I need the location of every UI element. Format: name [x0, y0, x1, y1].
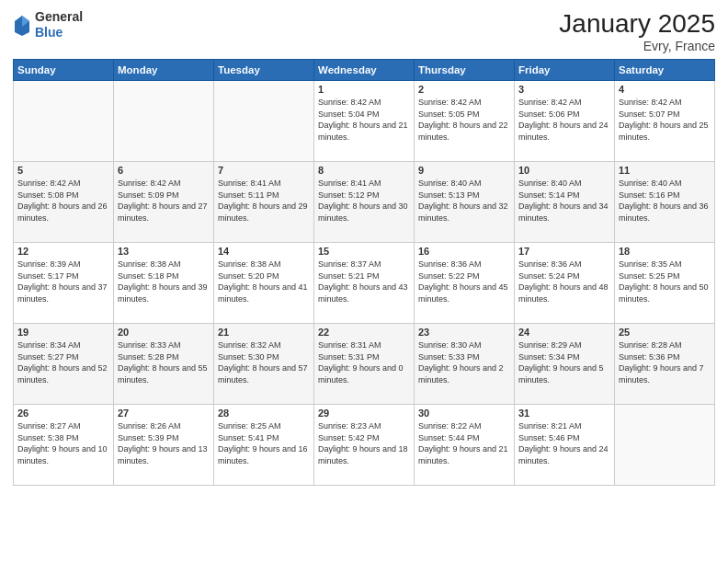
cell-3-2: 21Sunrise: 8:32 AMSunset: 5:30 PMDayligh…: [214, 324, 314, 405]
cell-1-5: 10Sunrise: 8:40 AMSunset: 5:14 PMDayligh…: [515, 162, 615, 243]
day-number: 27: [118, 408, 210, 419]
day-number: 4: [619, 84, 711, 95]
week-row-2: 5Sunrise: 8:42 AMSunset: 5:08 PMDaylight…: [14, 162, 715, 243]
cell-2-1: 13Sunrise: 8:38 AMSunset: 5:18 PMDayligh…: [114, 243, 214, 324]
cell-2-3: 15Sunrise: 8:37 AMSunset: 5:21 PMDayligh…: [314, 243, 415, 324]
day-number: 2: [418, 84, 510, 95]
cell-1-0: 5Sunrise: 8:42 AMSunset: 5:08 PMDaylight…: [14, 162, 114, 243]
cell-1-2: 7Sunrise: 8:41 AMSunset: 5:11 PMDaylight…: [214, 162, 314, 243]
cell-4-0: 26Sunrise: 8:27 AMSunset: 5:38 PMDayligh…: [14, 405, 114, 486]
day-number: 23: [418, 327, 510, 338]
day-number: 11: [619, 165, 711, 176]
day-info: Sunrise: 8:21 AMSunset: 5:46 PMDaylight:…: [518, 421, 609, 465]
cell-0-3: 1Sunrise: 8:42 AMSunset: 5:04 PMDaylight…: [314, 81, 415, 162]
day-number: 14: [218, 246, 310, 257]
day-info: Sunrise: 8:32 AMSunset: 5:30 PMDaylight:…: [218, 340, 308, 385]
day-info: Sunrise: 8:42 AMSunset: 5:04 PMDaylight:…: [318, 98, 408, 142]
calendar-header-row: Sunday Monday Tuesday Wednesday Thursday…: [14, 60, 715, 81]
header-wednesday: Wednesday: [314, 60, 415, 81]
day-info: Sunrise: 8:36 AMSunset: 5:22 PMDaylight:…: [418, 259, 508, 304]
month-title: January 2025: [559, 9, 715, 39]
cell-0-6: 4Sunrise: 8:42 AMSunset: 5:07 PMDaylight…: [615, 81, 715, 162]
cell-4-4: 30Sunrise: 8:22 AMSunset: 5:44 PMDayligh…: [415, 405, 515, 486]
day-info: Sunrise: 8:40 AMSunset: 5:16 PMDaylight:…: [619, 178, 709, 223]
cell-0-5: 3Sunrise: 8:42 AMSunset: 5:06 PMDaylight…: [515, 81, 615, 162]
cell-2-2: 14Sunrise: 8:38 AMSunset: 5:20 PMDayligh…: [214, 243, 314, 324]
day-number: 10: [518, 165, 610, 176]
day-number: 21: [218, 327, 310, 338]
day-info: Sunrise: 8:39 AMSunset: 5:17 PMDaylight:…: [17, 259, 108, 304]
logo-blue-text: Blue: [35, 25, 63, 40]
day-info: Sunrise: 8:42 AMSunset: 5:06 PMDaylight:…: [518, 98, 609, 142]
day-number: 24: [518, 327, 610, 338]
cell-3-3: 22Sunrise: 8:31 AMSunset: 5:31 PMDayligh…: [314, 324, 415, 405]
header-monday: Monday: [114, 60, 214, 81]
cell-3-4: 23Sunrise: 8:30 AMSunset: 5:33 PMDayligh…: [415, 324, 515, 405]
logo-icon: [13, 14, 31, 36]
day-info: Sunrise: 8:30 AMSunset: 5:33 PMDaylight:…: [418, 340, 504, 385]
cell-2-0: 12Sunrise: 8:39 AMSunset: 5:17 PMDayligh…: [14, 243, 114, 324]
header: General Blue January 2025 Evry, France: [13, 9, 715, 53]
day-info: Sunrise: 8:40 AMSunset: 5:13 PMDaylight:…: [418, 178, 508, 223]
day-number: 28: [218, 408, 310, 419]
header-friday: Friday: [515, 60, 615, 81]
day-number: 25: [619, 327, 711, 338]
cell-0-0: [14, 81, 114, 162]
day-number: 29: [318, 408, 410, 419]
day-info: Sunrise: 8:25 AMSunset: 5:41 PMDaylight:…: [218, 421, 308, 465]
day-number: 30: [418, 408, 510, 419]
day-number: 18: [619, 246, 711, 257]
day-number: 15: [318, 246, 410, 257]
day-info: Sunrise: 8:42 AMSunset: 5:05 PMDaylight:…: [418, 98, 508, 142]
title-block: January 2025 Evry, France: [559, 9, 715, 53]
day-info: Sunrise: 8:38 AMSunset: 5:20 PMDaylight:…: [218, 259, 308, 304]
cell-3-0: 19Sunrise: 8:34 AMSunset: 5:27 PMDayligh…: [14, 324, 114, 405]
logo-general-text: General: [35, 9, 83, 24]
day-info: Sunrise: 8:41 AMSunset: 5:11 PMDaylight:…: [218, 178, 308, 223]
day-info: Sunrise: 8:36 AMSunset: 5:24 PMDaylight:…: [518, 259, 609, 304]
cell-1-4: 9Sunrise: 8:40 AMSunset: 5:13 PMDaylight…: [415, 162, 515, 243]
header-tuesday: Tuesday: [214, 60, 314, 81]
day-number: 5: [17, 165, 109, 176]
week-row-5: 26Sunrise: 8:27 AMSunset: 5:38 PMDayligh…: [14, 405, 715, 486]
cell-0-1: [114, 81, 214, 162]
day-info: Sunrise: 8:35 AMSunset: 5:25 PMDaylight:…: [619, 259, 709, 304]
cell-1-1: 6Sunrise: 8:42 AMSunset: 5:09 PMDaylight…: [114, 162, 214, 243]
calendar-table: Sunday Monday Tuesday Wednesday Thursday…: [13, 59, 715, 486]
day-number: 19: [17, 327, 109, 338]
day-number: 8: [318, 165, 410, 176]
day-number: 16: [418, 246, 510, 257]
cell-2-5: 17Sunrise: 8:36 AMSunset: 5:24 PMDayligh…: [515, 243, 615, 324]
cell-1-6: 11Sunrise: 8:40 AMSunset: 5:16 PMDayligh…: [615, 162, 715, 243]
cell-0-4: 2Sunrise: 8:42 AMSunset: 5:05 PMDaylight…: [415, 81, 515, 162]
logo-text: General Blue: [35, 9, 83, 40]
cell-4-1: 27Sunrise: 8:26 AMSunset: 5:39 PMDayligh…: [114, 405, 214, 486]
week-row-3: 12Sunrise: 8:39 AMSunset: 5:17 PMDayligh…: [14, 243, 715, 324]
day-number: 12: [17, 246, 109, 257]
week-row-4: 19Sunrise: 8:34 AMSunset: 5:27 PMDayligh…: [14, 324, 715, 405]
cell-2-4: 16Sunrise: 8:36 AMSunset: 5:22 PMDayligh…: [415, 243, 515, 324]
day-info: Sunrise: 8:42 AMSunset: 5:09 PMDaylight:…: [118, 178, 208, 223]
day-number: 26: [17, 408, 109, 419]
cell-4-3: 29Sunrise: 8:23 AMSunset: 5:42 PMDayligh…: [314, 405, 415, 486]
day-info: Sunrise: 8:33 AMSunset: 5:28 PMDaylight:…: [118, 340, 208, 385]
cell-1-3: 8Sunrise: 8:41 AMSunset: 5:12 PMDaylight…: [314, 162, 415, 243]
day-info: Sunrise: 8:41 AMSunset: 5:12 PMDaylight:…: [318, 178, 408, 223]
day-number: 9: [418, 165, 510, 176]
cell-3-5: 24Sunrise: 8:29 AMSunset: 5:34 PMDayligh…: [515, 324, 615, 405]
day-info: Sunrise: 8:28 AMSunset: 5:36 PMDaylight:…: [619, 340, 704, 385]
day-number: 1: [318, 84, 410, 95]
header-sunday: Sunday: [14, 60, 114, 81]
cell-4-6: [615, 405, 715, 486]
day-number: 20: [118, 327, 210, 338]
day-info: Sunrise: 8:37 AMSunset: 5:21 PMDaylight:…: [318, 259, 408, 304]
day-number: 13: [118, 246, 210, 257]
day-info: Sunrise: 8:23 AMSunset: 5:42 PMDaylight:…: [318, 421, 408, 465]
day-info: Sunrise: 8:27 AMSunset: 5:38 PMDaylight:…: [17, 421, 108, 465]
week-row-1: 1Sunrise: 8:42 AMSunset: 5:04 PMDaylight…: [14, 81, 715, 162]
cell-0-2: [214, 81, 314, 162]
calendar-page: General Blue January 2025 Evry, France S…: [0, 0, 728, 563]
day-number: 17: [518, 246, 610, 257]
day-info: Sunrise: 8:31 AMSunset: 5:31 PMDaylight:…: [318, 340, 404, 385]
day-number: 7: [218, 165, 310, 176]
